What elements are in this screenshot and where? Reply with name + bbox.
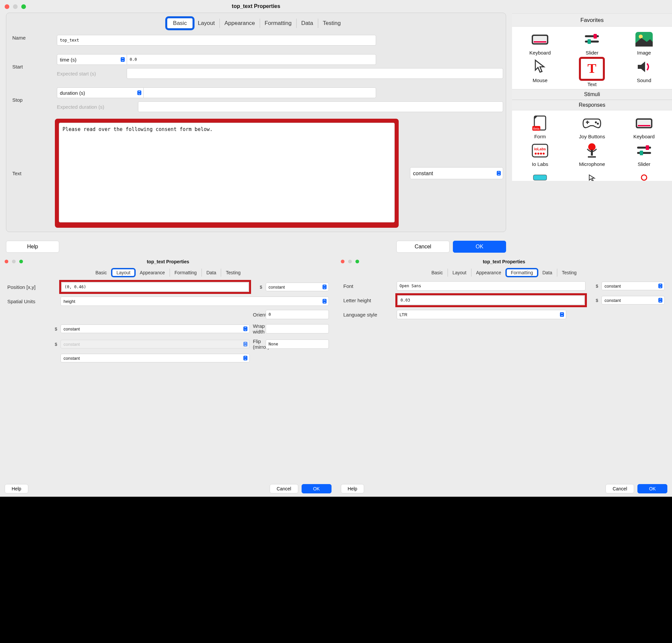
component-slider-resp[interactable]: Slider xyxy=(620,142,669,167)
tab-testing[interactable]: Testing xyxy=(318,19,346,28)
language-style-select[interactable]: LTR xyxy=(397,310,566,319)
svg-rect-31 xyxy=(640,150,643,155)
tab-appearance[interactable]: Appearance xyxy=(135,269,170,277)
component-label: Text xyxy=(588,82,597,87)
component-partial-2[interactable] xyxy=(567,169,616,181)
tab-formatting[interactable]: Formatting xyxy=(170,269,202,277)
dollar-icon: $ xyxy=(589,283,598,289)
text-input[interactable] xyxy=(59,123,395,222)
spatial-units-select[interactable]: height xyxy=(61,296,329,306)
cancel-button[interactable]: Cancel xyxy=(270,484,298,493)
tab-formatting[interactable]: Formatting xyxy=(506,269,538,277)
start-value-input[interactable] xyxy=(127,54,376,65)
svg-point-33 xyxy=(641,175,647,180)
expected-duration-input[interactable] xyxy=(138,101,503,112)
tab-data[interactable]: Data xyxy=(538,269,557,277)
iolabs-icon: ioLabs xyxy=(530,142,550,159)
tab-layout[interactable]: Layout xyxy=(193,19,220,28)
font-const-select[interactable]: constant xyxy=(601,282,665,290)
component-slider[interactable]: Slider xyxy=(567,31,616,56)
component-sound[interactable]: Sound xyxy=(620,58,669,87)
font-input[interactable] xyxy=(397,281,586,291)
flip-const-select[interactable]: constant xyxy=(61,354,250,362)
component-partial-1[interactable] xyxy=(515,169,565,181)
ok-button[interactable]: OK xyxy=(637,484,667,493)
ok-button[interactable]: OK xyxy=(302,484,332,493)
tab-basic[interactable]: Basic xyxy=(427,269,447,277)
ok-button[interactable]: OK xyxy=(453,241,506,253)
components-panel: Favorites Keyboard Slider Image xyxy=(512,0,672,257)
tab-layout[interactable]: Layout xyxy=(448,269,471,277)
tab-appearance[interactable]: Appearance xyxy=(471,269,506,277)
help-button[interactable]: Help xyxy=(6,241,59,253)
letter-height-input[interactable] xyxy=(398,295,585,305)
flip-label: Flip (mirror) xyxy=(253,338,262,350)
cancel-button[interactable]: Cancel xyxy=(605,484,634,493)
zoom-icon[interactable] xyxy=(19,260,23,263)
component-iolabs[interactable]: ioLabs Io Labs xyxy=(515,142,565,167)
tab-testing[interactable]: Testing xyxy=(557,269,581,277)
minimize-icon[interactable] xyxy=(13,4,17,9)
flip-input[interactable] xyxy=(266,339,329,349)
start-mode-select[interactable]: time (s) xyxy=(57,54,127,65)
orientation-const-select[interactable]: constant xyxy=(61,325,250,333)
svg-text:ioLabs: ioLabs xyxy=(534,147,545,151)
tab-testing[interactable]: Testing xyxy=(221,269,245,277)
minimize-icon[interactable] xyxy=(348,260,352,263)
svg-point-23 xyxy=(537,153,539,155)
wrap-width-input[interactable] xyxy=(266,324,329,333)
tab-appearance[interactable]: Appearance xyxy=(220,19,260,28)
component-partial-3[interactable] xyxy=(620,169,669,181)
svg-point-25 xyxy=(543,153,545,155)
tab-data[interactable]: Data xyxy=(297,19,318,28)
svg-rect-27 xyxy=(591,150,593,156)
tab-formatting[interactable]: Formatting xyxy=(260,19,297,28)
orientation-input[interactable] xyxy=(266,310,329,319)
close-icon[interactable] xyxy=(5,4,9,9)
component-image[interactable]: Image xyxy=(620,31,669,56)
svg-rect-4 xyxy=(585,40,599,43)
tab-basic-label: Basic xyxy=(173,20,187,26)
component-label: Joy Buttons xyxy=(579,134,605,139)
component-text[interactable]: T Text xyxy=(567,58,616,87)
component-label: Image xyxy=(637,50,651,56)
help-button[interactable]: Help xyxy=(341,484,364,493)
tab-basic[interactable]: Basic xyxy=(91,269,112,277)
tab-strip: Basic Layout Appearance Formatting Data … xyxy=(336,267,672,278)
close-icon[interactable] xyxy=(5,260,8,263)
position-const-select[interactable]: constant xyxy=(266,283,329,291)
stop-mode-select[interactable]: duration (s) xyxy=(57,87,143,98)
tab-layout-label: Layout xyxy=(116,270,130,275)
position-input[interactable] xyxy=(61,282,249,292)
text-const-select[interactable]: constant xyxy=(410,167,503,179)
tab-data[interactable]: Data xyxy=(202,269,221,277)
component-mouse[interactable]: Mouse xyxy=(515,58,565,87)
tab-layout[interactable]: Layout xyxy=(112,269,135,277)
minimize-icon[interactable] xyxy=(12,260,16,263)
mouse-icon xyxy=(530,58,550,75)
zoom-icon[interactable] xyxy=(21,4,26,9)
svg-point-14 xyxy=(597,123,599,125)
help-button[interactable]: Help xyxy=(5,484,28,493)
wrap-const-select: constant xyxy=(61,340,250,349)
zoom-icon[interactable] xyxy=(356,260,359,263)
close-icon[interactable] xyxy=(341,260,345,263)
stop-value-input[interactable] xyxy=(143,87,376,98)
component-keyboard[interactable]: Keyboard xyxy=(515,31,565,56)
tab-basic[interactable]: Basic xyxy=(167,17,193,29)
height-const-select[interactable]: constant xyxy=(601,296,665,305)
svg-rect-19 xyxy=(638,125,650,126)
expected-start-input[interactable] xyxy=(127,68,503,79)
cancel-button[interactable]: Cancel xyxy=(396,241,449,253)
sound-icon xyxy=(634,58,654,75)
component-keyboard-resp[interactable]: Keyboard xyxy=(620,114,669,139)
name-input[interactable] xyxy=(57,35,376,46)
component-joy-buttons[interactable]: Joy Buttons xyxy=(567,114,616,139)
window-title: top_text Properties xyxy=(336,259,672,264)
image-icon xyxy=(634,31,654,48)
wrap-width-label: Wrap width xyxy=(253,323,262,335)
component-form[interactable]: Beta Form xyxy=(515,114,565,139)
component-microphone[interactable]: Microphone xyxy=(567,142,616,167)
favorites-grid: Keyboard Slider Image Mouse xyxy=(512,27,672,89)
name-label: Name xyxy=(12,35,52,40)
